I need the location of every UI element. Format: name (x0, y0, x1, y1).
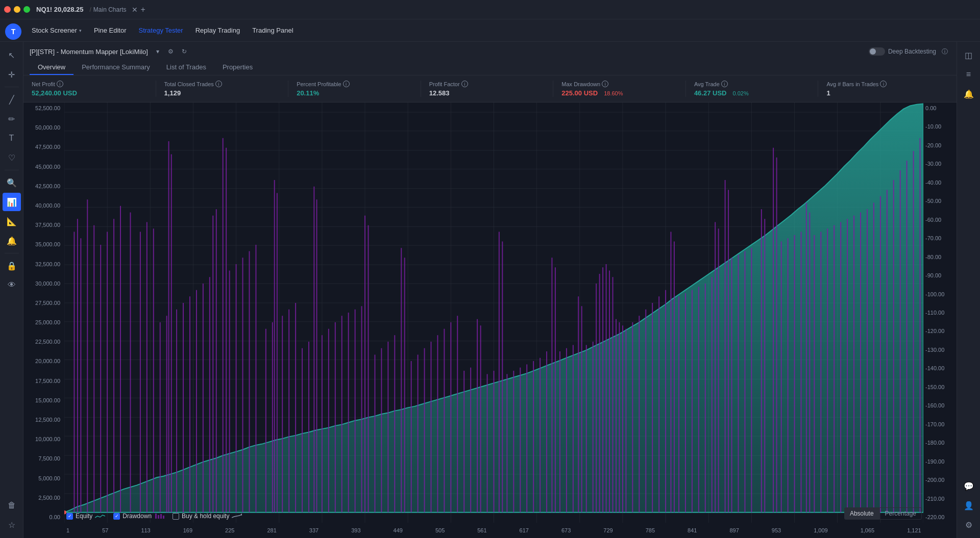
minimize-window-btn[interactable] (14, 6, 20, 13)
net-profit-info-icon[interactable]: i (57, 81, 63, 87)
tradingview-logo: T (5, 23, 21, 40)
y-right-label-120: -120.00 (923, 328, 957, 334)
tab-close-icon[interactable]: ✕ (132, 6, 138, 14)
equity-checkbox[interactable] (66, 513, 73, 520)
y-label-30000: 30,000.00 (23, 280, 64, 287)
x-label-281: 281 (267, 527, 276, 533)
sidebar-alert-icon[interactable]: 🔔 (3, 232, 21, 250)
y-right-label-70: -70.00 (923, 235, 957, 241)
strategy-refresh-icon[interactable]: ↻ (179, 46, 190, 57)
y-label-12500: 12,500.00 (23, 417, 64, 423)
y-right-label-140: -140.00 (923, 365, 957, 371)
drawdown-checkbox[interactable] (113, 513, 120, 520)
sidebar-search-icon[interactable]: 🔍 (3, 173, 21, 192)
main-content: [P][STR] - Momentum Mapper [LokiMilo] ▾ … (23, 42, 957, 538)
sidebar-trash-icon[interactable]: 🗑 (3, 496, 21, 515)
svg-rect-192 (155, 514, 157, 519)
y-right-label-190: -190.00 (923, 458, 957, 465)
equity-line-icon (95, 514, 105, 519)
y-label-17500: 17,500.00 (23, 378, 64, 384)
chart-area: 52,500.00 50,000.00 47,500.00 45,000.00 … (23, 103, 957, 538)
stat-profit-factor-label: Profit Factor i (429, 81, 545, 87)
x-label-561: 561 (477, 527, 486, 533)
y-label-32500: 32,500.00 (23, 261, 64, 267)
sidebar-divider-2 (5, 170, 19, 170)
y-right-label-130: -130.00 (923, 347, 957, 353)
sidebar-brush-icon[interactable]: ✏ (3, 110, 21, 128)
stat-profit-factor-value: 12.583 (429, 89, 545, 97)
stat-max-drawdown-value: 225.00 USD (561, 89, 598, 97)
total-closed-trades-info-icon[interactable]: i (215, 81, 222, 87)
sidebar-strategy-icon[interactable]: 📊 (3, 193, 21, 211)
y-label-50000: 50,000.00 (23, 124, 64, 131)
chart-name: Main Charts (93, 6, 127, 13)
right-indicators-icon[interactable]: ≡ (960, 65, 978, 84)
sidebar-crosshair-icon[interactable]: ✛ (3, 65, 21, 84)
bottom-right-buttons: Absolute Percentage (844, 507, 922, 520)
avg-trade-info-icon[interactable]: i (721, 81, 728, 87)
y-right-label-40: -40.00 (923, 180, 957, 186)
x-label-169: 169 (183, 527, 192, 533)
max-drawdown-info-icon[interactable]: i (602, 81, 608, 87)
x-label-337: 337 (309, 527, 318, 533)
y-label-52500: 52,500.00 (23, 105, 64, 111)
maximize-window-btn[interactable] (23, 6, 30, 13)
percentage-button[interactable]: Percentage (879, 507, 922, 520)
right-alert-icon[interactable]: 🔔 (960, 85, 978, 103)
tab-properties[interactable]: Properties (214, 60, 261, 75)
sidebar-star-icon[interactable]: ☆ (3, 516, 21, 534)
equity-label: Equity (76, 513, 92, 520)
y-right-label-200: -200.00 (923, 477, 957, 483)
nav-stock-screener[interactable]: Stock Screener ▾ (26, 23, 88, 37)
svg-rect-193 (158, 515, 159, 519)
tab-performance-summary[interactable]: Performance Summary (74, 60, 158, 75)
drawdown-bars-icon (154, 514, 164, 519)
close-window-btn[interactable] (4, 6, 11, 13)
percent-profitable-info-icon[interactable]: i (343, 81, 350, 87)
strategy-settings-icon[interactable]: ⚙ (165, 46, 177, 57)
nav-pine-editor[interactable]: Pine Editor (88, 23, 133, 37)
nav-replay-trading[interactable]: Replay Trading (189, 23, 246, 37)
sidebar-eye-icon[interactable]: 👁 (3, 276, 21, 294)
legend-drawdown: Drawdown (113, 513, 164, 520)
right-settings-icon[interactable]: ⚙ (960, 516, 978, 534)
sidebar-divider-1 (5, 87, 19, 87)
sidebar-favorites-icon[interactable]: ♡ (3, 148, 21, 167)
profit-factor-info-icon[interactable]: i (461, 81, 468, 87)
y-right-label-220: -220.00 (923, 514, 957, 520)
chart-canvas (64, 103, 923, 523)
equity-chart-svg (64, 103, 923, 523)
strategy-chevron-icon[interactable]: ▾ (152, 46, 163, 57)
right-community-icon[interactable]: 👤 (960, 496, 978, 515)
tab-overview[interactable]: Overview (30, 60, 74, 75)
right-chart-type-icon[interactable]: ◫ (960, 46, 978, 64)
absolute-button[interactable]: Absolute (844, 507, 879, 520)
sidebar-line-icon[interactable]: ╱ (3, 90, 21, 109)
y-right-label-50: -50.00 (923, 198, 957, 204)
avg-bars-info-icon[interactable]: i (880, 81, 887, 87)
topnav: T Stock Screener ▾ Pine Editor Strategy … (0, 19, 980, 42)
y-right-label-100: -100.00 (923, 291, 957, 297)
right-chat-icon[interactable]: 💬 (960, 477, 978, 495)
buy-hold-checkbox[interactable] (173, 513, 179, 520)
deep-backtesting-info-icon[interactable]: ⓘ (939, 46, 950, 57)
deep-backtesting-section: Deep Backtesting ⓘ (869, 46, 950, 57)
sidebar-text-icon[interactable]: T (3, 129, 21, 147)
y-right-label-170: -170.00 (923, 421, 957, 427)
sidebar-lock-icon[interactable]: 🔒 (3, 257, 21, 275)
y-label-40000: 40,000.00 (23, 202, 64, 209)
strategy-icons: ▾ ⚙ ↻ (152, 46, 190, 57)
svg-rect-195 (163, 516, 164, 519)
deep-backtesting-toggle[interactable] (869, 47, 885, 56)
x-label-841: 841 (688, 527, 697, 533)
nav-strategy-tester[interactable]: Strategy Tester (132, 23, 189, 37)
sidebar-cursor-icon[interactable]: ↖ (3, 46, 21, 64)
x-label-1: 1 (66, 527, 69, 533)
sidebar-measure-icon[interactable]: 📐 (3, 212, 21, 230)
stat-avg-trade-sub: 0.02% (732, 90, 748, 96)
new-tab-btn[interactable]: + (141, 5, 145, 14)
nav-trading-panel[interactable]: Trading Panel (246, 23, 299, 37)
tab-list-of-trades[interactable]: List of Trades (158, 60, 214, 75)
y-right-label-30: -30.00 (923, 161, 957, 167)
x-label-57: 57 (102, 527, 108, 533)
